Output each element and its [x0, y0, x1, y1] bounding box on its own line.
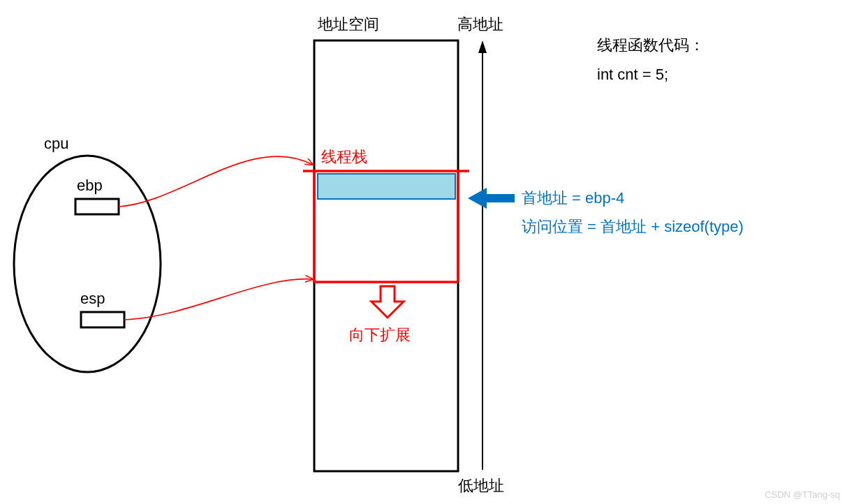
label-expand-down: 向下扩展: [349, 326, 411, 343]
watermark: CSDN @TTang-sq: [765, 489, 840, 500]
variable-region: [318, 174, 455, 199]
label-address-space: 地址空间: [317, 15, 379, 33]
label-formula-1: 首地址 = ebp-4: [522, 189, 624, 207]
expand-down-arrow: [371, 286, 404, 318]
label-ebp: ebp: [77, 177, 103, 194]
label-esp: esp: [80, 290, 105, 307]
ebp-arrow: [119, 156, 313, 207]
label-formula-2: 访问位置 = 首地址 + sizeof(type): [522, 218, 744, 235]
label-high-address: 高地址: [457, 15, 503, 33]
ebp-register: [75, 199, 119, 214]
label-low-address: 低地址: [458, 477, 504, 494]
label-thread-stack: 线程栈: [321, 148, 367, 165]
label-code-title: 线程函数代码：: [597, 36, 705, 54]
esp-register: [81, 312, 124, 327]
label-code-line1: int cnt = 5;: [597, 66, 668, 83]
address-space-rect: [314, 40, 458, 471]
blue-pointer-arrow: [468, 188, 515, 209]
label-cpu: cpu: [44, 135, 68, 152]
